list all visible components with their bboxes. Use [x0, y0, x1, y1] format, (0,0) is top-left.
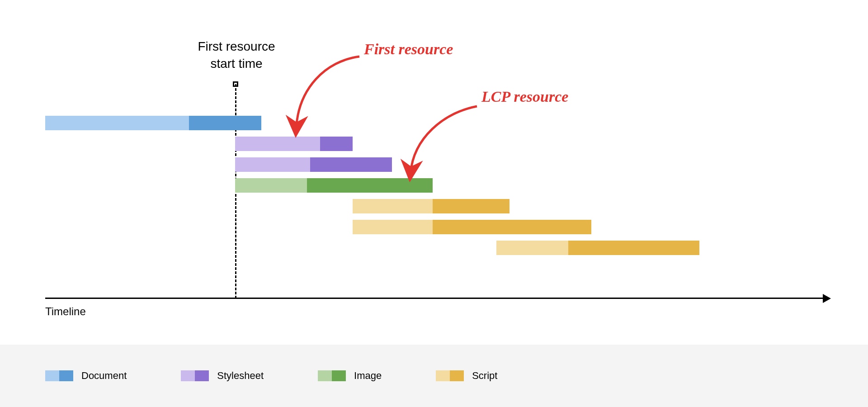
bar-stylesheet-1	[235, 137, 353, 151]
waterfall-diagram: First resource start time First resource	[0, 0, 868, 345]
bar-script-3	[496, 241, 699, 255]
bar-stylesheet-2	[235, 157, 392, 172]
arrow-lcp-resource-icon	[402, 102, 488, 181]
bar-script-2	[353, 220, 591, 234]
callout-lcp-resource: LCP resource	[481, 88, 568, 105]
legend-chip-stylesheet-icon	[181, 370, 209, 381]
timeline-axis	[45, 298, 825, 299]
timeline-axis-label: Timeline	[45, 305, 86, 318]
legend-stylesheet: Stylesheet	[181, 370, 264, 382]
legend-document: Document	[45, 370, 127, 382]
legend-chip-document-icon	[45, 370, 73, 381]
arrow-first-resource-icon	[289, 52, 371, 138]
legend-chip-script-icon	[436, 370, 464, 381]
callout-first-resource: First resource	[364, 41, 453, 58]
bar-document	[45, 116, 261, 130]
legend-image: Image	[318, 370, 382, 382]
timeline-arrow-icon	[823, 294, 831, 303]
legend: Document Stylesheet Image Script	[0, 345, 868, 407]
legend-script: Script	[436, 370, 497, 382]
legend-label: Document	[81, 370, 127, 382]
legend-label: Image	[354, 370, 382, 382]
legend-chip-image-icon	[318, 370, 346, 381]
bar-script-1	[353, 199, 509, 213]
legend-label: Stylesheet	[217, 370, 264, 382]
legend-label: Script	[472, 370, 497, 382]
